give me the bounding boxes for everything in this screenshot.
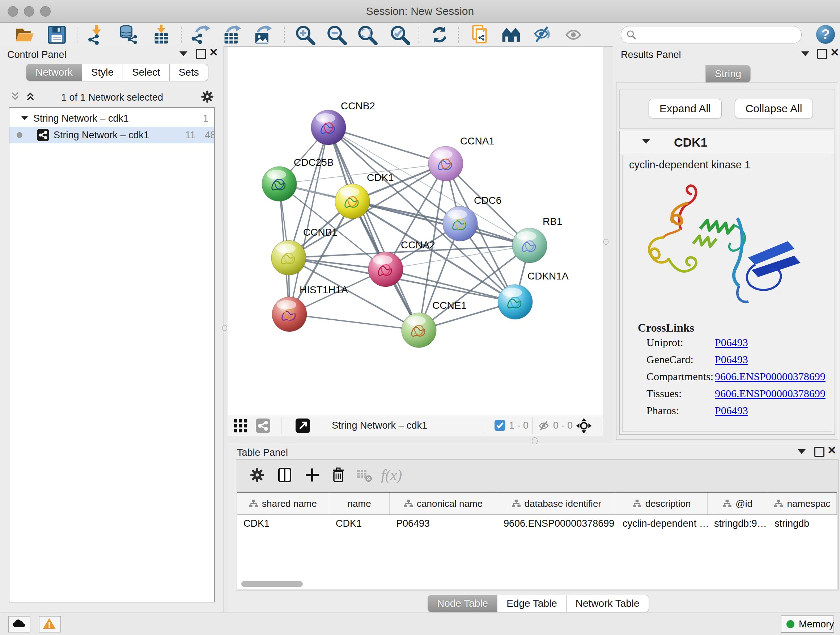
table-cell[interactable]: stringdb:9… bbox=[707, 515, 768, 532]
splitter-handle[interactable] bbox=[603, 239, 608, 245]
network-options-gear-icon[interactable] bbox=[200, 89, 215, 104]
grid-view-icon[interactable] bbox=[233, 418, 248, 433]
export-image-icon[interactable] bbox=[252, 24, 273, 45]
network-row[interactable]: String Network – cdk1 11 48 bbox=[9, 127, 214, 143]
network-node-CCNE1[interactable]: CCNE1 bbox=[401, 300, 467, 348]
close-panel-icon[interactable]: ✕ bbox=[830, 49, 839, 57]
show-all-icon[interactable] bbox=[563, 24, 584, 45]
delete-column-icon[interactable] bbox=[330, 466, 347, 484]
hidden-node-edge-counts: 0 - 0 bbox=[553, 420, 573, 431]
column-header-namespac[interactable]: namespac bbox=[768, 493, 837, 515]
group-nodes-icon[interactable] bbox=[501, 24, 522, 45]
crosslink-link[interactable]: 9606.ENSP00000378699 bbox=[715, 371, 826, 383]
import-table-file-icon[interactable] bbox=[151, 24, 172, 45]
network-edge[interactable] bbox=[328, 127, 446, 164]
export-table-icon[interactable] bbox=[221, 24, 242, 45]
column-header-shared-name[interactable]: shared name bbox=[237, 493, 329, 515]
tab-node-table[interactable]: Node Table bbox=[428, 595, 497, 612]
network-node-CCNB1[interactable]: CCNB1 bbox=[271, 226, 338, 275]
search-input[interactable] bbox=[639, 28, 796, 42]
close-panel-icon[interactable]: ✕ bbox=[209, 49, 218, 57]
table-cell[interactable]: cyclin-dependent … bbox=[616, 515, 707, 532]
expand-all-tree-icon[interactable] bbox=[24, 90, 38, 102]
crosslink-link[interactable]: P06493 bbox=[715, 336, 748, 348]
memory-button[interactable]: Memory bbox=[781, 616, 834, 633]
tab-sets[interactable]: Sets bbox=[170, 64, 208, 81]
network-canvas[interactable]: CCNB2CCNA1CDC25BCDK1CDC6RB1CCNB1CCNA2CDK… bbox=[227, 47, 603, 415]
network-selection-status: 1 of 1 Network selected bbox=[40, 92, 185, 103]
collapse-all-button[interactable]: Collapse All bbox=[735, 99, 813, 119]
column-header-database-identifier[interactable]: database identifier bbox=[497, 493, 616, 515]
table-cell[interactable]: P06493 bbox=[390, 515, 497, 532]
cloud-status-button[interactable] bbox=[8, 616, 30, 632]
table-options-gear-icon[interactable] bbox=[248, 466, 266, 484]
network-edge[interactable] bbox=[328, 127, 419, 330]
network-node-CDK1[interactable]: CDK1 bbox=[335, 172, 394, 219]
tab-style[interactable]: Style bbox=[82, 64, 123, 81]
zoom-selected-icon[interactable] bbox=[389, 24, 410, 45]
splitter-handle[interactable] bbox=[532, 437, 538, 445]
zoom-out-icon[interactable] bbox=[326, 24, 347, 45]
network-node-HIST1H1A[interactable]: HIST1H1A bbox=[272, 284, 348, 332]
table-cell[interactable]: CDK1 bbox=[237, 515, 329, 532]
table-panel-title: Table Panel bbox=[237, 447, 288, 458]
protein-details: cyclin-dependent kinase 1 bbox=[622, 155, 832, 432]
string-protein-query-icon[interactable] bbox=[470, 24, 491, 45]
expand-all-button[interactable]: Expand All bbox=[649, 99, 722, 119]
hide-selected-icon[interactable] bbox=[532, 24, 553, 45]
network-edge[interactable] bbox=[289, 314, 419, 330]
network-node-CDKN1A[interactable]: CDKN1A bbox=[498, 271, 569, 319]
import-network-file-icon[interactable] bbox=[86, 24, 107, 45]
show-column-icon[interactable] bbox=[276, 466, 294, 484]
column-header-description[interactable]: description bbox=[616, 493, 707, 515]
table-cell[interactable]: CDK1 bbox=[329, 515, 390, 532]
network-collection-row[interactable]: String Network – cdk1 1 bbox=[9, 110, 214, 127]
refresh-icon[interactable] bbox=[429, 24, 450, 45]
node-label: CCNA1 bbox=[460, 135, 494, 147]
float-panel-icon[interactable] bbox=[180, 51, 187, 56]
protein-card-header[interactable]: CDK1 bbox=[620, 131, 835, 153]
tab-edge-table[interactable]: Edge Table bbox=[497, 595, 567, 612]
crosslink-link[interactable]: P06493 bbox=[715, 353, 748, 366]
node-table-header[interactable]: shared namenamecanonical namedatabase id… bbox=[237, 493, 837, 515]
table-cell[interactable]: stringdb bbox=[768, 515, 837, 532]
table-cell[interactable]: 9606.ENSP00000378699 bbox=[497, 515, 616, 532]
maximize-panel-icon[interactable] bbox=[196, 49, 206, 59]
splitter-handle[interactable] bbox=[222, 325, 227, 331]
selected-checkbox-icon[interactable] bbox=[494, 420, 505, 431]
import-network-database-icon[interactable] bbox=[118, 24, 139, 45]
column-header-canonical-name[interactable]: canonical name bbox=[390, 493, 497, 515]
table-row[interactable]: CDK1CDK1P064939606.ENSP00000378699cyclin… bbox=[237, 515, 837, 532]
horizontal-scrollbar[interactable] bbox=[241, 581, 303, 587]
collapse-all-tree-icon[interactable] bbox=[9, 90, 23, 102]
save-session-icon[interactable] bbox=[46, 24, 67, 45]
birds-eye-view-icon[interactable] bbox=[295, 418, 310, 433]
toolbar-separator bbox=[418, 26, 419, 43]
maximize-panel-icon[interactable] bbox=[814, 447, 824, 457]
toolbar-separator bbox=[458, 26, 459, 43]
tab-string[interactable]: String bbox=[706, 65, 751, 82]
open-session-icon[interactable] bbox=[14, 24, 35, 45]
float-panel-icon[interactable] bbox=[798, 449, 806, 454]
export-network-icon[interactable] bbox=[190, 24, 211, 45]
maximize-panel-icon[interactable] bbox=[817, 49, 827, 59]
column-header-name[interactable]: name bbox=[329, 493, 390, 515]
tab-select[interactable]: Select bbox=[123, 64, 170, 81]
float-panel-icon[interactable] bbox=[801, 51, 809, 56]
zoom-in-icon[interactable] bbox=[294, 24, 316, 45]
zoom-fit-icon[interactable] bbox=[357, 24, 378, 45]
network-node-CCNA1[interactable]: CCNA1 bbox=[428, 135, 494, 181]
network-node-RB1[interactable]: RB1 bbox=[512, 216, 562, 263]
search-box[interactable] bbox=[621, 26, 802, 43]
pan-crosshair-icon[interactable] bbox=[576, 417, 592, 434]
network-view-type-icon[interactable] bbox=[256, 418, 270, 433]
crosslink-link[interactable]: P06493 bbox=[715, 404, 748, 417]
close-panel-icon[interactable]: ✕ bbox=[827, 447, 836, 454]
tab-network-table[interactable]: Network Table bbox=[567, 595, 649, 612]
help-icon[interactable]: ? bbox=[816, 25, 835, 44]
tab-network[interactable]: Network bbox=[26, 64, 82, 81]
crosslink-link[interactable]: 9606.ENSP00000378699 bbox=[715, 387, 826, 400]
column-header-@id[interactable]: @id bbox=[707, 493, 768, 515]
warning-status-button[interactable] bbox=[39, 616, 61, 632]
create-column-icon[interactable] bbox=[303, 466, 321, 484]
